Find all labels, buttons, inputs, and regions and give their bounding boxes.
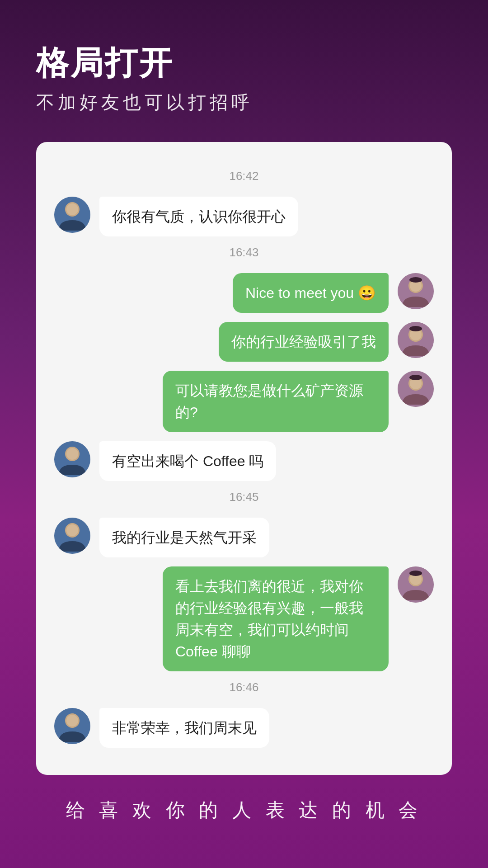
main-title: 格局打开 bbox=[36, 45, 452, 81]
male-avatar bbox=[54, 518, 90, 554]
svg-point-2 bbox=[66, 203, 78, 215]
footer-text: 给 喜 欢 你 的 人 表 达 的 机 会 bbox=[0, 775, 488, 823]
message-bubble: 有空出来喝个 Coffee 吗 bbox=[99, 441, 276, 481]
timestamp: 16:42 bbox=[54, 169, 434, 183]
message-bubble: 可以请教您是做什么矿产资源的? bbox=[163, 371, 389, 432]
message-row: 你的行业经验吸引了我 bbox=[54, 322, 434, 362]
message-row: 有空出来喝个 Coffee 吗 bbox=[54, 441, 434, 481]
message-bubble: 你很有气质，认识你很开心 bbox=[99, 197, 298, 236]
message-row: 可以请教您是做什么矿产资源的? bbox=[54, 371, 434, 432]
female-avatar bbox=[398, 273, 434, 309]
timestamp: 16:43 bbox=[54, 245, 434, 259]
male-avatar bbox=[54, 708, 90, 744]
sub-title: 不加好友也可以打招呼 bbox=[36, 90, 452, 115]
svg-point-6 bbox=[409, 277, 422, 283]
message-bubble: 看上去我们离的很近，我对你的行业经验很有兴趣，一般我周末有空，我们可以约时间 C… bbox=[163, 566, 389, 671]
male-avatar bbox=[54, 441, 90, 477]
message-bubble: 我的行业是天然气开采 bbox=[99, 518, 269, 557]
svg-point-14 bbox=[409, 375, 422, 380]
timestamp: 16:45 bbox=[54, 490, 434, 504]
message-row: 看上去我们离的很近，我对你的行业经验很有兴趣，一般我周末有空，我们可以约时间 C… bbox=[54, 566, 434, 671]
svg-point-24 bbox=[409, 571, 422, 576]
message-bubble: Nice to meet you 😀 bbox=[233, 273, 389, 313]
message-row: 我的行业是天然气开采 bbox=[54, 518, 434, 557]
male-avatar bbox=[54, 197, 90, 233]
message-bubble: 你的行业经验吸引了我 bbox=[219, 322, 389, 362]
message-row: 非常荣幸，我们周末见 bbox=[54, 708, 434, 748]
chat-container: 16:42 你很有气质，认识你很开心16:43 Nice to meet you… bbox=[36, 142, 452, 775]
message-row: Nice to meet you 😀 bbox=[54, 273, 434, 313]
message-bubble: 非常荣幸，我们周末见 bbox=[99, 708, 269, 748]
header: 格局打开 不加好友也可以打招呼 bbox=[0, 0, 488, 142]
female-avatar bbox=[398, 371, 434, 407]
female-avatar bbox=[398, 322, 434, 358]
svg-point-17 bbox=[66, 448, 78, 460]
svg-point-20 bbox=[66, 524, 78, 536]
timestamp: 16:46 bbox=[54, 680, 434, 694]
svg-point-10 bbox=[409, 326, 422, 331]
female-avatar bbox=[398, 566, 434, 603]
message-row: 你很有气质，认识你很开心 bbox=[54, 197, 434, 236]
svg-point-27 bbox=[66, 715, 78, 726]
